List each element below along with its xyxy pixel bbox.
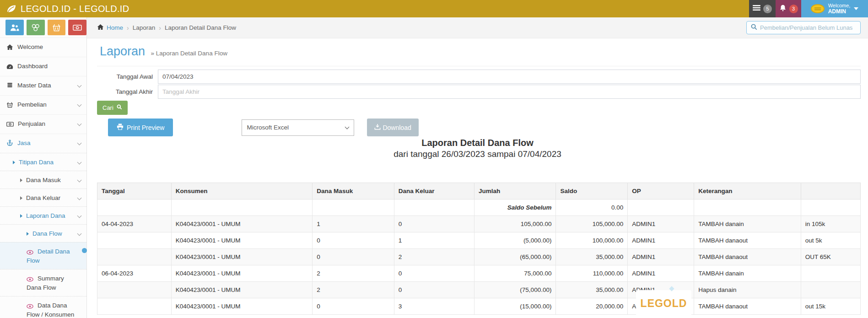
bell-icon <box>779 4 787 14</box>
sidebar-item-penjualan[interactable]: Penjualan <box>0 114 86 134</box>
leaf-icon <box>6 4 16 13</box>
breadcrumb: Home › Laporan › Laporan Detail Dana Flo… <box>97 24 236 32</box>
export-format-wrapper: Microsoft Excel <box>242 119 354 136</box>
sidebar-item-welcome[interactable]: Welcome <box>0 38 86 57</box>
sidebar-item-dana-masuk[interactable]: Dana Masuk <box>0 171 86 189</box>
col-keterangan: Keterangan <box>694 183 801 199</box>
chevron-down-icon <box>77 83 82 88</box>
report-title: Laporan Detail Dana Flow <box>87 138 868 148</box>
sidebar-menu: Welcome Dashboard Master Data Pembelian … <box>0 38 86 318</box>
col-dana-keluar: Dana Keluar <box>394 183 474 199</box>
sidebar-item-detail-dana-flow[interactable]: Detail Dana Flow <box>0 242 86 269</box>
legold-badge-icon <box>811 4 825 13</box>
dashboard-icon <box>6 63 13 71</box>
basket-quick-button[interactable] <box>48 20 66 35</box>
saldo-sebelum-label: Saldo Sebelum <box>474 199 555 216</box>
sidebar-item-summary-dana-flow[interactable]: Summary Dana Flow <box>0 269 86 296</box>
sidebar-item-jasa[interactable]: Jasa <box>0 134 86 153</box>
table-row: K040423/0001 - UMUM20(75,000.00)35,000.0… <box>97 282 861 298</box>
table-row: K040423/0001 - UMUM02(65,000.00)35,000.0… <box>97 249 861 265</box>
col-konsumen: Konsumen <box>171 183 313 199</box>
col-extra <box>801 183 860 199</box>
main-content: Laporan » Laporan Detail Dana Flow Tangg… <box>87 38 868 318</box>
caret-right-icon <box>27 232 29 236</box>
table-row: 04-04-2023K040423/0001 - UMUM10105,000.0… <box>97 216 861 232</box>
tanggal-akhir-input[interactable] <box>158 85 861 99</box>
coins-quick-button[interactable] <box>27 20 45 35</box>
search-icon <box>751 24 757 32</box>
caret-right-icon <box>13 161 15 164</box>
quick-actions <box>0 17 86 38</box>
brand-logo[interactable]: LEGOLD.ID - LEGOLD.ID <box>0 4 129 14</box>
chevron-down-icon <box>77 196 82 200</box>
eye-icon <box>27 249 33 257</box>
col-op: OP <box>628 183 694 199</box>
user-name: ADMIN <box>828 8 846 15</box>
basket-icon <box>6 102 13 110</box>
sidebar-item-dana-keluar[interactable]: Dana Keluar <box>0 189 86 206</box>
banknote-quick-button[interactable] <box>68 20 86 35</box>
filters-form: Tanggal Awal Tanggal Akhir Cari <box>97 66 861 115</box>
tanggal-akhir-label: Tanggal Akhir <box>97 88 158 95</box>
table-row: K040423/0001 - UMUM03(15,000.00)20,000.0… <box>97 298 861 315</box>
chevron-down-icon <box>77 122 82 126</box>
table-row: K040423/0001 - UMUM01(5,000.00)100,000.0… <box>97 232 861 249</box>
sidebar-item-dana-flow[interactable]: Dana Flow <box>0 224 86 242</box>
global-search <box>746 21 861 34</box>
tanggal-awal-label: Tanggal Awal <box>97 73 158 80</box>
search-icon <box>117 104 122 111</box>
sidebar-item-data-dana-flow-konsumen[interactable]: Data Dana Flow / Konsumen <box>0 296 86 318</box>
messages-button[interactable]: 5 <box>749 0 776 17</box>
sidebar-item-titipan-dana[interactable]: Titipan Dana <box>0 153 86 171</box>
table-row: 06-04-2023K040423/0001 - UMUM2075,000.00… <box>97 265 861 282</box>
user-greeting: Welcome, <box>828 3 851 8</box>
chevron-down-icon <box>77 160 82 165</box>
breadcrumb-current: Laporan Detail Dana Flow <box>165 24 236 31</box>
report-table: Tanggal Konsumen Dana Masuk Dana Keluar … <box>97 183 861 315</box>
banknote-icon <box>6 121 14 129</box>
home-icon <box>6 44 13 52</box>
tanggal-awal-input[interactable] <box>158 70 861 84</box>
breadcrumb-laporan-link[interactable]: Laporan <box>133 24 156 31</box>
sidebar-item-laporan-dana[interactable]: Laporan Dana <box>0 206 86 224</box>
brand-title: LEGOLD.ID - LEGOLD.ID <box>21 4 129 14</box>
download-icon <box>374 124 381 131</box>
export-format-select[interactable]: Microsoft Excel <box>242 119 354 136</box>
col-jumlah: Jumlah <box>474 183 555 199</box>
cari-button[interactable]: Cari <box>97 101 128 115</box>
search-input[interactable] <box>760 24 856 31</box>
print-preview-button[interactable]: Print Preview <box>108 119 173 136</box>
user-menu-button[interactable]: Welcome, ADMIN <box>801 0 868 17</box>
col-tanggal: Tanggal <box>97 183 172 199</box>
eye-icon <box>27 276 33 284</box>
sidebar-item-pembelian[interactable]: Pembelian <box>0 95 86 114</box>
sidebar-item-dashboard[interactable]: Dashboard <box>0 57 86 76</box>
page-subtitle: » Laporan Detail Dana Flow <box>151 50 227 57</box>
chevron-down-icon <box>854 7 858 10</box>
notifications-button[interactable]: 3 <box>776 0 801 17</box>
printer-icon <box>117 124 124 131</box>
caret-right-icon <box>20 178 22 182</box>
legold-watermark-text: LEGOLD <box>641 297 687 310</box>
eye-icon <box>27 303 33 311</box>
breadcrumb-separator: › <box>127 24 129 32</box>
breadcrumb-separator: › <box>159 24 161 32</box>
chevron-down-icon <box>77 141 82 146</box>
users-quick-button[interactable] <box>5 20 24 35</box>
caret-right-icon <box>20 196 22 200</box>
top-header: LEGOLD.ID - LEGOLD.ID 5 3 Welcome, ADMIN <box>0 0 868 17</box>
chevron-down-icon <box>77 232 82 236</box>
anchor-icon <box>6 140 13 148</box>
database-icon <box>6 82 13 91</box>
sidebar: Welcome Dashboard Master Data Pembelian … <box>0 17 87 318</box>
list-icon <box>753 5 760 13</box>
download-button[interactable]: Download <box>367 119 418 136</box>
caret-right-icon <box>20 214 22 218</box>
report-subtitle: dari tanggal 26/03/2023 sampai 07/04/202… <box>87 149 868 159</box>
sidebar-item-master-data[interactable]: Master Data <box>0 76 86 95</box>
chevron-down-icon <box>77 178 82 183</box>
breadcrumb-home-link[interactable]: Home <box>97 24 123 32</box>
col-dana-masuk: Dana Masuk <box>313 183 394 199</box>
chevron-down-icon <box>77 214 82 218</box>
legold-watermark: LEGOLD <box>636 290 691 317</box>
